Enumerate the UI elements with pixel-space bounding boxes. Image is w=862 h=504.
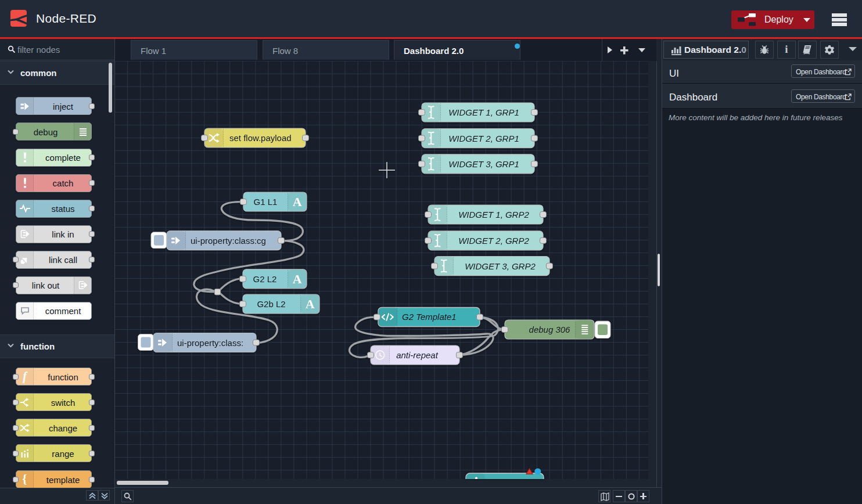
svg-text:WIDGET 2, GRP2: WIDGET 2, GRP2	[458, 236, 529, 246]
svg-text:anti-repeat: anti-repeat	[396, 350, 438, 360]
svg-text:WIDGET 3, GRP2: WIDGET 3, GRP2	[465, 261, 536, 271]
svg-text:G2b L2: G2b L2	[257, 299, 285, 309]
svg-text:set flow.payload: set flow.payload	[229, 133, 292, 143]
svg-text:ui-property:class:cg: ui-property:class:cg	[191, 236, 266, 246]
svg-text:A: A	[306, 297, 315, 311]
svg-text:WIDGET 1, GRP2: WIDGET 1, GRP2	[458, 210, 529, 219]
svg-text:ui-property:class:: ui-property:class:	[177, 338, 243, 348]
svg-text:WIDGET 2, GRP1: WIDGET 2, GRP1	[448, 134, 519, 143]
svg-text:G2 L2: G2 L2	[253, 274, 277, 284]
svg-text:debug 306: debug 306	[529, 325, 570, 334]
svg-text:A: A	[293, 272, 302, 286]
svg-text:A: A	[293, 195, 302, 209]
svg-text:WIDGET 3, GRP1: WIDGET 3, GRP1	[448, 159, 519, 169]
svg-text:WIDGET 1, GRP1: WIDGET 1, GRP1	[448, 107, 519, 117]
svg-text:G1 L1: G1 L1	[254, 197, 278, 207]
svg-text:G2 Template1: G2 Template1	[402, 312, 457, 322]
